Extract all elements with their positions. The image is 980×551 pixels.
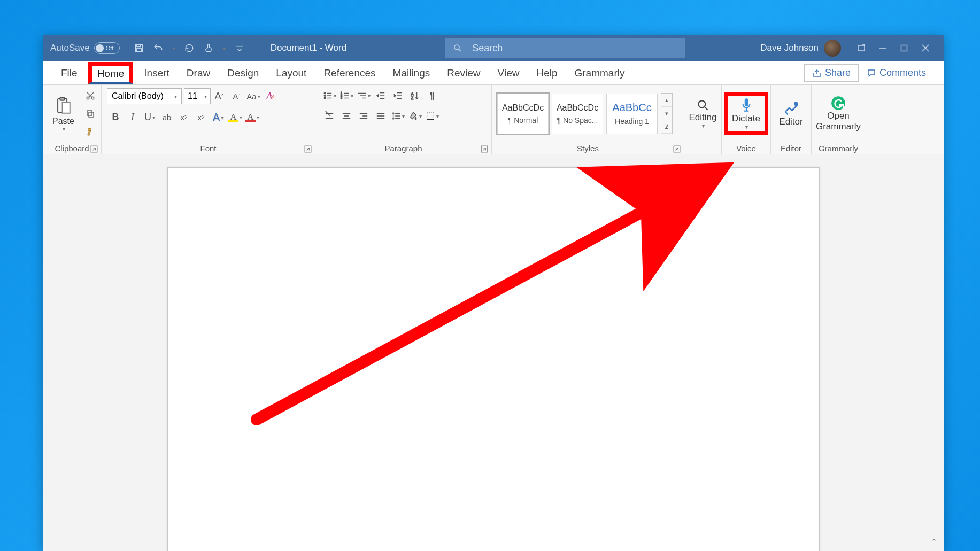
editor-button[interactable]: Editor [773, 98, 809, 129]
tab-file[interactable]: File [52, 63, 86, 83]
grammarly-icon [831, 96, 846, 111]
ribbon: Paste ▾ Clipboard Calibri (Body)▾ 11▾ A^ [43, 85, 944, 154]
touch-dropdown-icon[interactable]: ▾ [220, 41, 228, 56]
document-area[interactable] [43, 154, 944, 551]
close-icon[interactable] [915, 37, 936, 59]
style-no-spacing[interactable]: AaBbCcDc ¶ No Spac... [552, 94, 603, 134]
tab-help[interactable]: Help [528, 63, 566, 83]
dictate-button[interactable]: Dictate ▾ [724, 92, 768, 135]
search-box[interactable]: Search [445, 38, 685, 58]
style-heading1[interactable]: AaBbCc Heading 1 [606, 94, 658, 134]
editor-icon [783, 100, 799, 117]
tab-design[interactable]: Design [219, 63, 267, 83]
ribbon-tabs: File Home Insert Draw Design Layout Refe… [43, 61, 944, 85]
user-name[interactable]: Dave Johnson [760, 43, 819, 53]
group-clipboard: Paste ▾ Clipboard [43, 85, 102, 154]
tab-review[interactable]: Review [438, 63, 489, 83]
grammarly-button[interactable]: Open Grammarly [809, 94, 867, 134]
increase-indent-button[interactable] [390, 89, 405, 103]
save-icon[interactable] [132, 41, 146, 56]
styles-scroll-up-icon[interactable]: ▴ [661, 94, 672, 107]
bold-button[interactable]: B [108, 110, 123, 124]
tab-draw[interactable]: Draw [178, 63, 219, 83]
highlight-button[interactable]: A▾ [228, 110, 243, 124]
align-right-button[interactable] [356, 109, 371, 123]
text-effects-button[interactable]: A▾ [211, 110, 226, 124]
touch-mode-icon[interactable] [201, 41, 216, 56]
styles-launcher-icon[interactable] [673, 145, 681, 153]
cut-icon[interactable] [83, 89, 98, 103]
autosave-toggle[interactable]: Off [94, 42, 120, 54]
group-voice: Dictate ▾ Voice [722, 85, 771, 154]
autosave-label: AutoSave [50, 43, 90, 53]
undo-dropdown-icon[interactable]: ▾ [170, 41, 178, 56]
shading-button[interactable]: ▾ [407, 109, 422, 123]
collapse-ribbon-icon[interactable]: ˄ [932, 538, 936, 548]
grow-font-icon[interactable]: A^ [212, 89, 227, 103]
group-font: Calibri (Body)▾ 11▾ A^ Aˇ Aa▾ A⊘ B I U▾ … [102, 85, 315, 154]
undo-icon[interactable] [151, 41, 166, 56]
tab-insert[interactable]: Insert [135, 63, 178, 83]
superscript-button[interactable]: x2 [194, 110, 209, 124]
page[interactable] [167, 167, 820, 551]
qat-customize-icon[interactable] [232, 41, 247, 56]
change-case-icon[interactable]: Aa▾ [246, 89, 261, 103]
group-label-styles: Styles [492, 142, 684, 154]
clipboard-launcher-icon[interactable] [90, 145, 98, 153]
svg-rect-68 [744, 98, 747, 106]
svg-rect-18 [89, 112, 94, 117]
tab-view[interactable]: View [489, 63, 528, 83]
paste-button[interactable]: Paste ▾ [48, 94, 79, 134]
italic-button[interactable]: I [125, 110, 140, 124]
tab-home[interactable]: Home [88, 62, 134, 84]
format-painter-icon[interactable] [83, 125, 98, 139]
justify-button[interactable] [373, 109, 388, 123]
decrease-indent-button[interactable] [373, 89, 388, 103]
tab-grammarly[interactable]: Grammarly [566, 63, 634, 83]
underline-button[interactable]: U▾ [142, 110, 157, 124]
shrink-font-icon[interactable]: Aˇ [229, 89, 244, 103]
align-center-button[interactable] [339, 109, 354, 123]
svg-rect-6 [858, 45, 865, 51]
subscript-button[interactable]: x2 [176, 110, 191, 124]
svg-point-66 [698, 100, 705, 107]
font-size-select[interactable]: 11▾ [184, 88, 211, 104]
font-color-button[interactable]: A▾ [245, 110, 260, 124]
editing-button[interactable]: Editing ▾ [683, 96, 723, 131]
multilevel-button[interactable]: ▾ [356, 89, 371, 103]
svg-point-24 [324, 95, 326, 97]
clear-format-icon[interactable]: A⊘ [263, 89, 278, 103]
sort-button[interactable]: AZ [407, 89, 422, 103]
avatar[interactable] [824, 40, 841, 57]
word-window: AutoSave Off ▾ ▾ Document1 - Word Search… [43, 35, 944, 551]
style-normal[interactable]: AaBbCcDc ¶ Normal [497, 94, 549, 134]
styles-scroll-down-icon[interactable]: ▾ [661, 107, 672, 120]
tab-layout[interactable]: Layout [267, 63, 315, 83]
styles-expand-icon[interactable]: ⊻ [661, 120, 672, 134]
tab-references[interactable]: References [315, 63, 384, 83]
copy-icon[interactable] [83, 107, 98, 121]
line-spacing-button[interactable]: ▾ [390, 109, 405, 123]
svg-rect-13 [63, 102, 70, 113]
group-label-voice: Voice [722, 142, 770, 154]
styles-scroll: ▴ ▾ ⊻ [661, 93, 673, 134]
maximize-icon[interactable] [893, 37, 915, 59]
tab-mailings[interactable]: Mailings [384, 63, 439, 83]
svg-text:Z: Z [411, 96, 414, 100]
font-name-select[interactable]: Calibri (Body)▾ [107, 88, 182, 104]
borders-button[interactable]: ▾ [425, 109, 439, 123]
align-left-button[interactable] [322, 109, 337, 123]
font-launcher-icon[interactable] [304, 145, 312, 153]
group-label-editing-blank [684, 142, 721, 154]
strike-button[interactable]: ab [159, 110, 174, 124]
minimize-icon[interactable] [872, 37, 893, 59]
show-paragraph-button[interactable]: ¶ [425, 89, 439, 103]
numbering-button[interactable]: 123▾ [339, 89, 354, 103]
bullets-button[interactable]: ▾ [322, 89, 337, 103]
share-button[interactable]: Share [804, 64, 859, 82]
ribbon-display-icon[interactable] [851, 37, 872, 59]
paragraph-launcher-icon[interactable] [481, 145, 488, 153]
group-paragraph: ▾ 123▾ ▾ AZ ¶ ▾ ▾ ▾ Para [315, 85, 492, 154]
comments-button[interactable]: Comments [859, 64, 934, 82]
redo-icon[interactable] [182, 41, 197, 56]
